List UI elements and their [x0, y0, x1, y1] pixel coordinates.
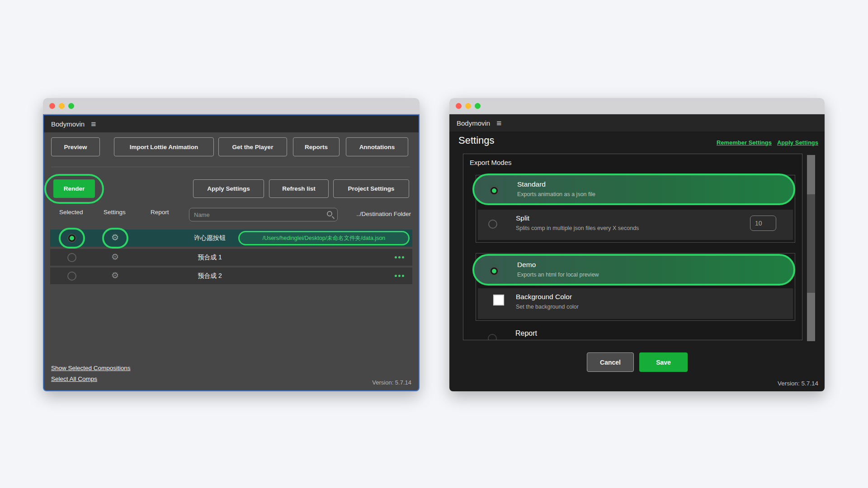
- panel-title: Bodymovin: [51, 120, 85, 128]
- selected-radio[interactable]: [67, 234, 76, 243]
- selected-radio[interactable]: [67, 253, 76, 262]
- menu-icon[interactable]: ≡: [496, 119, 501, 127]
- composition-row[interactable]: ⚙ 许心愿按钮 /Users/hedinglei/Desktop/未命名文件夹/…: [50, 230, 412, 247]
- report-radio[interactable]: [488, 334, 497, 340]
- apply-settings-link[interactable]: Apply Settings: [777, 139, 818, 146]
- background-color-checkbox[interactable]: [493, 295, 504, 305]
- render-button[interactable]: Render: [53, 179, 95, 198]
- annotations-button[interactable]: Annotations: [346, 137, 408, 156]
- zoom-window-button[interactable]: [68, 103, 74, 109]
- version-label: Version: 5.7.14: [372, 379, 411, 386]
- preview-button[interactable]: Preview: [51, 137, 100, 156]
- minimize-window-button[interactable]: [59, 103, 65, 109]
- standard-radio[interactable]: [490, 186, 499, 195]
- selected-radio[interactable]: [67, 272, 76, 281]
- remember-settings-link[interactable]: Remember Settings: [717, 139, 772, 146]
- divider: [51, 167, 410, 167]
- more-options-icon[interactable]: [395, 256, 404, 258]
- split-title: Split: [516, 214, 529, 222]
- select-all-comps-link[interactable]: Select All Comps: [51, 375, 97, 382]
- background-color-row[interactable]: Background Color Set the background colo…: [478, 288, 793, 319]
- demo-title: Demo: [517, 261, 536, 269]
- project-settings-button[interactable]: Project Settings: [333, 179, 409, 198]
- split-description: Splits comp in multiple json files every…: [516, 225, 639, 231]
- export-modes-label: Export Modes: [470, 159, 512, 166]
- panel-header: Bodymovin ≡: [449, 114, 825, 131]
- save-button[interactable]: Save: [639, 352, 688, 372]
- composition-name: 预合成 1: [165, 253, 255, 262]
- column-header-settings: Settings: [104, 209, 126, 216]
- split-option-row[interactable]: Split Splits comp in multiple json files…: [478, 210, 793, 240]
- demo-option-row[interactable]: Demo Exports an html for local preview: [472, 254, 795, 286]
- composition-name: 预合成 2: [165, 272, 255, 280]
- demo-description: Exports an html for local preview: [517, 272, 599, 278]
- refresh-list-button[interactable]: Refresh list: [269, 179, 329, 198]
- apply-settings-button[interactable]: Apply Settings: [193, 179, 264, 198]
- get-player-button[interactable]: Get the Player: [218, 137, 287, 156]
- panel-title: Bodymovin: [457, 119, 490, 127]
- zoom-window-button[interactable]: [475, 103, 481, 109]
- settings-links: Remember Settings Apply Settings: [717, 139, 818, 146]
- background-color-description: Set the background color: [516, 304, 579, 310]
- search-icon: [327, 211, 332, 216]
- close-window-button[interactable]: [49, 103, 55, 109]
- composition-row[interactable]: ⚙ 预合成 1: [50, 249, 412, 266]
- background-color-title: Background Color: [516, 293, 572, 301]
- scrollbar-thumb[interactable]: [807, 194, 815, 293]
- standard-title: Standard: [517, 180, 546, 188]
- more-options-icon[interactable]: [395, 275, 404, 277]
- column-header-report: Report: [151, 209, 169, 216]
- panel-header: Bodymovin ≡: [44, 115, 419, 132]
- bodymovin-settings-window: Bodymovin ≡ Settings Remember Settings A…: [449, 98, 825, 391]
- settings-panel: Bodymovin ≡ Settings Remember Settings A…: [449, 114, 825, 391]
- show-selected-compositions-link[interactable]: Show Selected Compositions: [51, 365, 131, 371]
- standard-description: Exports animation as a json file: [517, 191, 595, 197]
- minimize-window-button[interactable]: [465, 103, 471, 109]
- page-title: Settings: [458, 135, 495, 146]
- demo-radio[interactable]: [490, 267, 499, 276]
- column-header-destination: ../Destination Folder: [356, 211, 411, 217]
- gear-icon[interactable]: ⚙: [111, 271, 119, 280]
- scrollbar-track[interactable]: [807, 155, 815, 341]
- reports-button[interactable]: Reports: [293, 137, 340, 156]
- split-seconds-input[interactable]: [750, 216, 776, 231]
- export-modes-box: Export Modes Split Splits comp in multip…: [463, 154, 802, 340]
- column-header-selected: Selected: [59, 209, 83, 216]
- macos-titlebar: [43, 98, 420, 114]
- bodymovin-main-window: Bodymovin ≡ Preview Import Lottie Animat…: [43, 98, 420, 391]
- macos-titlebar: [449, 98, 825, 114]
- bodymovin-panel: Bodymovin ≡ Preview Import Lottie Animat…: [43, 114, 420, 391]
- composition-row[interactable]: ⚙ 预合成 2: [50, 267, 412, 284]
- menu-icon[interactable]: ≡: [91, 120, 96, 128]
- version-label: Version: 5.7.14: [778, 380, 818, 387]
- split-radio[interactable]: [488, 220, 497, 229]
- cancel-button[interactable]: Cancel: [587, 352, 634, 372]
- composition-search: [189, 208, 338, 221]
- report-title: Report: [515, 329, 537, 338]
- destination-path[interactable]: /Users/hedinglei/Desktop/未命名文件夹/data.jso…: [238, 231, 410, 245]
- standard-option-row[interactable]: Standard Exports animation as a json fil…: [472, 174, 795, 205]
- search-input[interactable]: [189, 208, 338, 221]
- gear-icon[interactable]: ⚙: [111, 233, 119, 242]
- close-window-button[interactable]: [456, 103, 462, 109]
- import-lottie-button[interactable]: Import Lottie Animation: [114, 137, 214, 156]
- gear-icon[interactable]: ⚙: [111, 253, 119, 262]
